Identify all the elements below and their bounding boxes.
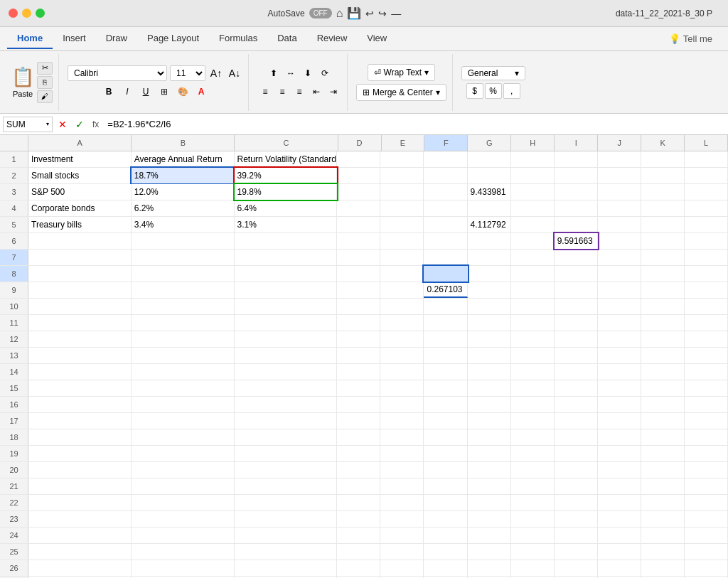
cell-F4[interactable] [424,200,467,216]
cell-F26[interactable] [424,560,467,576]
cell-I3[interactable] [555,184,598,200]
cell-J25[interactable] [598,544,641,560]
cell-D3[interactable] [337,184,380,200]
cell-E21[interactable] [380,478,424,494]
cell-K1[interactable] [641,151,685,167]
cell-A3[interactable]: S&P 500 [28,184,132,200]
cell-A2[interactable]: Small stocks [28,168,132,183]
font-family-select[interactable]: Calibri [68,65,167,81]
cell-K14[interactable] [641,364,685,380]
cell-H17[interactable] [511,413,555,429]
cell-E11[interactable] [380,315,424,331]
cell-C15[interactable] [235,380,338,396]
cell-K16[interactable] [641,397,685,412]
cell-K26[interactable] [641,560,685,576]
cell-A25[interactable] [28,544,132,560]
cell-L7[interactable] [685,250,728,265]
col-header-I[interactable]: I [555,135,598,151]
cell-L15[interactable] [685,380,728,396]
cell-C11[interactable] [235,315,338,331]
cell-D21[interactable] [337,478,380,494]
cell-I1[interactable] [555,151,598,167]
formula-cancel-button[interactable]: ✕ [55,119,70,130]
cell-F22[interactable] [424,495,467,510]
cell-F15[interactable] [424,380,467,396]
autosave-toggle[interactable]: OFF [309,8,332,18]
cell-F1[interactable] [424,151,467,167]
cell-K18[interactable] [641,429,685,445]
cell-F6[interactable] [424,233,467,249]
cell-A11[interactable] [28,315,132,331]
currency-button[interactable]: $ [466,83,483,99]
cell-B5[interactable]: 3.4% [132,217,235,232]
cell-F21[interactable] [424,478,467,494]
col-header-F[interactable]: F [424,135,468,151]
cell-H20[interactable] [511,462,555,478]
cell-C6[interactable] [235,233,338,249]
cell-E25[interactable] [380,544,424,560]
cell-J15[interactable] [598,380,641,396]
cell-E9[interactable] [380,282,424,298]
cell-A8[interactable] [28,266,132,282]
cell-A12[interactable] [28,331,132,347]
cell-A13[interactable] [28,348,132,363]
cell-B17[interactable] [132,413,235,429]
cell-I11[interactable] [555,315,598,331]
cell-J5[interactable] [598,217,641,232]
cell-L8[interactable] [685,266,728,282]
cell-L18[interactable] [685,429,728,445]
cell-J24[interactable] [598,528,641,543]
cell-F11[interactable] [424,315,467,331]
align-bottom-button[interactable]: ⬇ [300,65,316,81]
cell-K2[interactable] [641,168,685,183]
cell-C20[interactable] [235,462,338,478]
cell-J17[interactable] [598,413,641,429]
traffic-lights[interactable] [9,9,45,18]
cell-B8[interactable] [132,266,235,282]
cell-K22[interactable] [641,495,685,510]
cell-C2[interactable]: 39.2% [235,168,338,183]
cell-C19[interactable] [235,446,338,461]
cell-D15[interactable] [337,380,380,396]
cell-G14[interactable] [468,364,511,380]
cell-G21[interactable] [468,478,511,494]
cell-L3[interactable] [685,184,728,200]
cell-I17[interactable] [555,413,598,429]
tab-data[interactable]: Data [267,28,306,49]
cell-G22[interactable] [468,495,511,510]
cell-K13[interactable] [641,348,685,363]
cell-A6[interactable] [28,233,132,249]
cell-D6[interactable] [337,233,380,249]
cell-D13[interactable] [337,348,380,363]
cell-D2[interactable] [337,168,380,183]
cell-L6[interactable] [685,233,728,249]
cell-I24[interactable] [555,528,598,543]
cell-J10[interactable] [598,299,641,314]
cell-K12[interactable] [641,331,685,347]
cell-F3[interactable] [424,184,467,200]
cell-D7[interactable] [337,250,380,265]
tab-review[interactable]: Review [307,28,358,49]
tell-me[interactable]: 💡 Tell me [660,31,721,47]
cell-G2[interactable] [468,168,511,183]
cell-I18[interactable] [555,429,598,445]
cell-J9[interactable] [598,282,641,298]
cell-L20[interactable] [685,462,728,478]
cell-E12[interactable] [380,331,424,347]
cell-C13[interactable] [235,348,338,363]
name-box-value[interactable]: SUM [6,119,46,129]
cell-F7[interactable] [424,250,467,265]
cell-G11[interactable] [468,315,511,331]
cell-E16[interactable] [380,397,424,412]
cell-G16[interactable] [468,397,511,412]
cell-D10[interactable] [337,299,380,314]
align-top-button[interactable]: ⬆ [266,65,282,81]
format-painter-button[interactable]: 🖌 [37,90,53,103]
italic-button[interactable]: I [119,84,135,100]
cell-K6[interactable] [641,233,685,249]
cell-J1[interactable] [598,151,641,167]
cell-K23[interactable] [641,511,685,527]
cell-A26[interactable] [28,560,132,576]
cell-J12[interactable] [598,331,641,347]
formula-input[interactable] [105,119,725,129]
